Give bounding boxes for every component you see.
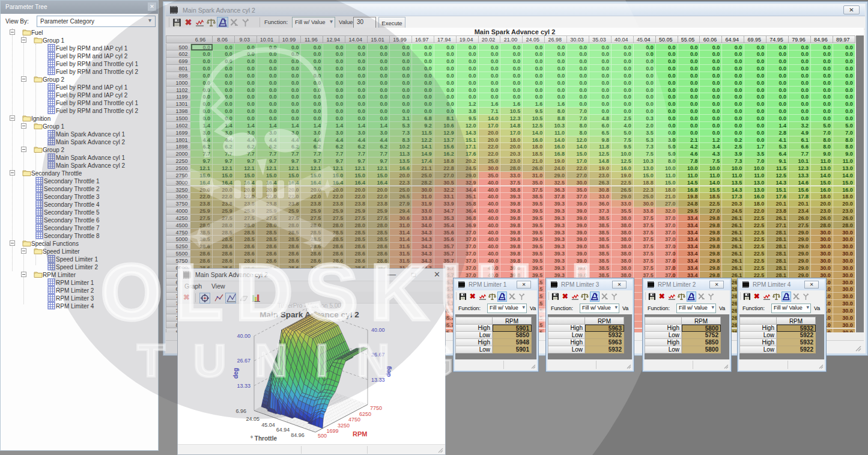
svg-text:1699: 1699 (326, 428, 338, 434)
svg-text:° Throttle: ° Throttle (250, 435, 277, 442)
svg-text:45.04: 45.04 (261, 422, 275, 428)
svg-text:64.94: 64.94 (276, 427, 290, 433)
svg-text:84.96: 84.96 (291, 432, 305, 438)
svg-text:6.96: 6.96 (235, 408, 246, 414)
svg-text:24.05: 24.05 (246, 416, 259, 422)
svg-text:7750: 7750 (370, 405, 382, 411)
svg-text:RPM: RPM (353, 430, 367, 438)
svg-text:26.67: 26.67 (237, 358, 250, 364)
svg-text:40.00: 40.00 (371, 327, 385, 333)
svg-text:40.00: 40.00 (237, 333, 250, 339)
svg-text:6250: 6250 (359, 411, 371, 417)
svg-text:deg: deg (232, 368, 239, 379)
svg-text:3250: 3250 (338, 423, 350, 429)
svg-text:26.67: 26.67 (371, 352, 385, 358)
svg-text:13.33: 13.33 (371, 377, 385, 383)
svg-text:deg: deg (385, 366, 392, 377)
svg-text:4750: 4750 (348, 417, 360, 423)
svg-text:13.33: 13.33 (237, 383, 250, 389)
svg-text:500: 500 (318, 433, 327, 439)
